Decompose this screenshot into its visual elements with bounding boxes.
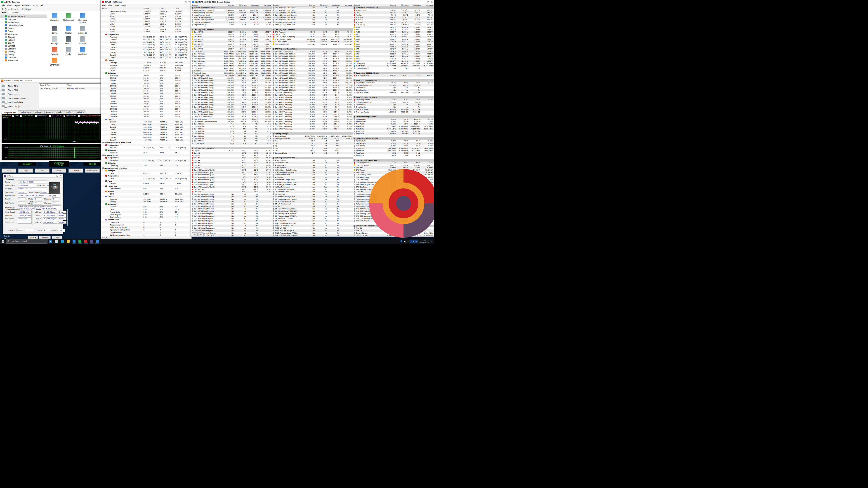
- sensor-row[interactable]: Core #6 Thread #1 Usage100.0 %0.0 %100.0…: [191, 108, 272, 111]
- sensor-row[interactable]: Total Host Writes4,321 GB4,321 GB4,321 G…: [353, 108, 434, 111]
- sensor-row[interactable]: Core #1 Thread #0 Usage100.0 %0.0 %100.0…: [191, 82, 272, 84]
- sensor-row[interactable]: CPU #9100 %0 %100 %: [101, 100, 191, 103]
- sensor-row[interactable]: CPU #13100 %0 %100 %: [101, 110, 191, 113]
- sensor-row[interactable]: IA: PROCHOTNoNoNo: [272, 159, 353, 162]
- menu-item-tools[interactable]: Tools: [33, 4, 37, 6]
- sensor-group-header[interactable]: Network: Intel Cannon Lak...: [353, 225, 434, 227]
- hwinfo-column-headers[interactable]: SensorCurrentMinimumMaximumAverage: [191, 4, 272, 6]
- sensor-row[interactable]: Core #0 Critical Temperat...NoNoNo: [191, 213, 272, 215]
- sensor-row[interactable]: Drive Temperature22 °C21 °C22 °C22 °C: [353, 98, 434, 101]
- sensor-row[interactable]: Core #4 Distance to TjMAX21 °C69 °C35 °C: [191, 178, 272, 181]
- sensor-row[interactable]: Core #5 Thread #1 Usage100.0 %0.0 %100.0…: [191, 103, 272, 106]
- menu-item-report[interactable]: Report: [14, 4, 20, 6]
- sensor-row[interactable]: IA: DDR RAPLNoNoNo: [272, 164, 353, 166]
- sensor-group-header[interactable]: Memory Timings: [272, 132, 353, 135]
- sensor-row[interactable]: VIN01.808 V1.800 V1.824 V1.805 V: [353, 36, 434, 38]
- sensor-row[interactable]: VID #41.386 V1.200 V1.420 V: [101, 23, 191, 25]
- category-icon-database[interactable]: Database: [75, 47, 90, 55]
- sensor-row[interactable]: GPU D3D Memory Dynamic81 MB80 MB81 MB81 …: [353, 217, 434, 220]
- sensor-row[interactable]: Core #632 °C75 °C62 °C: [191, 164, 272, 166]
- sensor-row[interactable]: Core #0 Clock4,689.7 MHz3,493.2 MHz4,888…: [191, 50, 272, 53]
- sensor-group-header[interactable]: System: Supermicro C9Z3...: [191, 6, 272, 9]
- sensor-row[interactable]: GPU Fan0.0 %0.0 %0.0 %0.0 %: [353, 191, 434, 193]
- legend-item[interactable]: ✓CPU Core #2: [35, 115, 48, 117]
- sensor-row[interactable]: Core #6 Clock4,689.7 MHz798.0 MHz4,790.6…: [191, 65, 272, 67]
- sensor-row[interactable]: Utilization: [101, 149, 191, 151]
- sensor-row[interactable]: Tcas16 T16 T16 T: [272, 140, 353, 142]
- sensor-row[interactable]: Physical Memory Used15,125 MB2,109 MB15,…: [191, 16, 272, 19]
- sensor-row[interactable]: Core #2 Thermal ThrottlingNoNoNo: [191, 198, 272, 200]
- sensor-row[interactable]: Core #0 Thread #1 Usage100.0 %0.0 %100.0…: [191, 79, 272, 82]
- sensor-row[interactable]: Core #333 °C80 °C66 °C: [191, 157, 272, 159]
- sensor-row[interactable]: Trcd18 T18 T18 T: [272, 142, 353, 144]
- sensor-row[interactable]: PCH Temperature42.0 °C36.0 °C43.0 °C39.8…: [353, 74, 434, 77]
- taskbar-app-hwmonitor[interactable]: [83, 238, 89, 244]
- sensor-row[interactable]: VIN81.064 V1.064 V1.064 V1.064 V: [353, 38, 434, 40]
- category-icon-multimedia[interactable]: Multimedia: [75, 26, 90, 34]
- sensor-row[interactable]: RING: VR Thermal AlertNoNoNo: [272, 225, 353, 227]
- sensor-row[interactable]: Core #1 Critical Temperat...NoNoNo: [191, 215, 272, 217]
- sensor-row[interactable]: GPU2 %0 %35 %: [101, 208, 191, 210]
- minimize-icon[interactable]: —: [423, 1, 426, 3]
- sensor-row[interactable]: GT: Residency State Regul...NoNoNo: [272, 198, 353, 200]
- sensor-row[interactable]: GPU Memory Controller Load5.0 %5.0 %8.0 …: [353, 181, 434, 184]
- up-icon[interactable]: ∧: [8, 8, 10, 10]
- sensor-row[interactable]: Core #0 Distance to TjMAX23 °C68 °C37 °C: [191, 169, 272, 171]
- chart-icon[interactable]: 📈︎: [17, 8, 20, 10]
- sensor-row[interactable]: Clocks: [101, 118, 191, 121]
- sensor-row[interactable]: VID #11.371 V1.194 V1.413 V: [101, 15, 191, 18]
- sensor-row[interactable]: GPU Power10.069 W9.026 W14.496 W10.359 W: [353, 169, 434, 171]
- sensor-row[interactable]: CPU #15100 %0 %100 %: [101, 116, 191, 118]
- sensor-row[interactable]: Total Activity0.1 %0.0 %100.0 %4.6 %: [353, 123, 434, 125]
- tree-item-database[interactable]: ›Database: [0, 56, 47, 59]
- sensor-row[interactable]: Core #734 °C76 °C63 °C: [191, 166, 272, 169]
- sensor-row[interactable]: GT: Max VR Voltage, ICCm...NoNoNo: [272, 207, 353, 210]
- sensor-row[interactable]: GPU Bus Load0.0 %0.0 %1.0 %0.3 %: [353, 186, 434, 188]
- sensor-row[interactable]: Core #061 °C32 °C77 °C63 °C: [191, 149, 272, 152]
- log-row[interactable]: 26/01/2019 12:09:40 Stability Test: Star…: [39, 87, 101, 90]
- sensor-row[interactable]: GPU Core Load1.0 %0.0 %5.0 %1.2 %: [353, 178, 434, 181]
- hwmonitor-column-headers[interactable]: Sensor Value Min Max: [101, 7, 191, 10]
- sensor-row[interactable]: Core #3 VID1.363 V1.214 V1.405 V1.374 V: [191, 38, 272, 40]
- category-icon-devices[interactable]: Devices: [61, 36, 75, 45]
- sensor-row[interactable]: Drive WarningNoNoNo: [353, 89, 434, 91]
- sensor-row[interactable]: Write Total1,422 MB152 MB1,422 MB: [353, 132, 434, 135]
- legend-item[interactable]: ✓Motherboard: [0, 115, 11, 117]
- back-icon[interactable]: ❮: [2, 8, 3, 10]
- sensor-row[interactable]: Core #1 Thread #1 Usage100.0 %0.0 %100.0…: [191, 84, 272, 87]
- sensor-row[interactable]: Space (f:)7 %7 %7 %: [101, 164, 191, 167]
- sensor-row[interactable]: CPU Package Power146.651 W9.124 W155.973…: [272, 38, 353, 40]
- sensor-row[interactable]: CPU Package35 °C81 °C74 °C: [191, 188, 272, 191]
- sensor-row[interactable]: Trp18 T18 T18 T: [272, 144, 353, 147]
- sensor-row[interactable]: Core #0 Thermal ThrottlingNoNoNo: [191, 193, 272, 195]
- sensor-row[interactable]: Core #1 Distance to TjMAX23 °C67 °C37 °C: [191, 171, 272, 174]
- sensor-row[interactable]: Core #24689 MHz798 MHz4989 MHz: [101, 126, 191, 128]
- sensor-row[interactable]: Core #235 °C81 °C67 °C: [191, 154, 272, 157]
- sensor-row[interactable]: Core #6 Thermal ThrottlingNoNoNo: [191, 207, 272, 210]
- sensor-row[interactable]: System Agent Offset+0.000 V+0.000 V+0.00…: [101, 10, 191, 12]
- sensor-row[interactable]: Read Activity0.1 %0.0 %100.0 %3.7 %: [353, 118, 434, 121]
- sensor-row[interactable]: Core #2 Critical Temperat...NoNoNo: [191, 217, 272, 220]
- sensor-row[interactable]: Max CPU/Thread Usage100.0 %10.8 %100.0 %…: [191, 116, 272, 118]
- sensor-row[interactable]: Core #3 Thread 0 C0 Resi...100.0 %3.4 %1…: [272, 67, 353, 70]
- maximize-icon[interactable]: ▢: [56, 175, 58, 177]
- sensor-row[interactable]: VIN41.360 V1.344 V1.360 V1.360 V: [353, 40, 434, 43]
- sensor-row[interactable]: Core #3 Clock4,689.7 MHz798.0 MHz4,692.0…: [191, 57, 272, 60]
- sensor-row[interactable]: GT: Domain-Level PBM PLGTNoNoNo: [272, 210, 353, 213]
- sensor-row[interactable]: Core #2 Thread 0 C0 Resi...100.0 %0.9 %1…: [272, 62, 353, 65]
- sensor-row[interactable]: Core #2 Ratio47 x37 x47 x47 x: [191, 128, 272, 130]
- sensor-row[interactable]: Core #7 Thermal ThrottlingNoNoNo: [191, 210, 272, 213]
- clock[interactable]: 12:1926/01/2019: [419, 239, 428, 243]
- sensor-row[interactable]: Voltages: [101, 169, 191, 172]
- sensor-row[interactable]: Powers: [101, 190, 191, 193]
- sensor-row[interactable]: Total DL0 MB0 MB0 MB: [353, 227, 434, 229]
- sensor-row[interactable]: VBAT2.944 V2.928 V2.944 V2.944 V: [353, 45, 434, 48]
- sensor-group-header[interactable]: CPU [#0]: Intel Core i9-99...: [191, 28, 272, 31]
- sensor-row[interactable]: Core #3 Distance to TjMAX20 °C67 °C34 °C: [191, 176, 272, 178]
- sensor-row[interactable]: Total Host Reads4,080 GB4,080 GB4,080 GB: [353, 111, 434, 113]
- sidebar-tab-favorites[interactable]: Favorites: [9, 11, 21, 14]
- sensor-row[interactable]: Command Rate2 T2 T2 T: [272, 152, 353, 154]
- sensor-row[interactable]: RING: Package-Level RAPL/...NoNoNo: [272, 234, 353, 237]
- socket-selector[interactable]: Socket #1: [17, 229, 34, 232]
- tree-item-server[interactable]: ›Server: [0, 27, 47, 30]
